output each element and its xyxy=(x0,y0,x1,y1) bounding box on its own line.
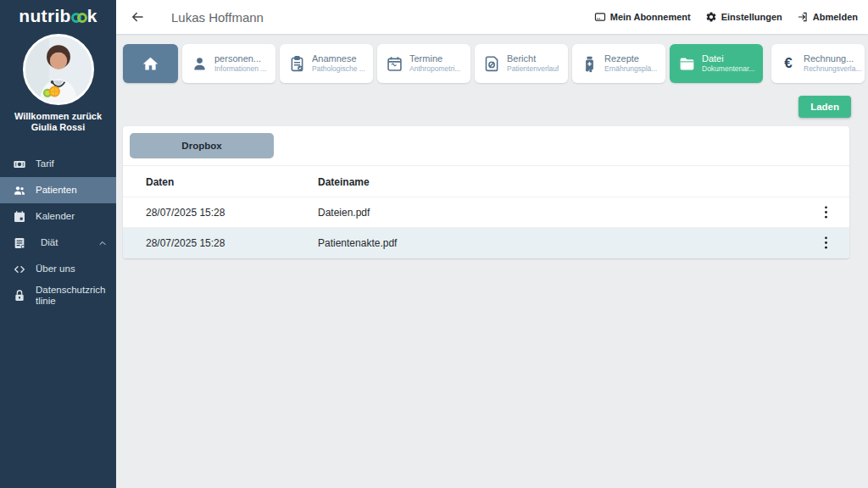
euro-icon: € xyxy=(778,53,798,74)
tab-personen[interactable]: personen...Informationen ... xyxy=(182,44,275,83)
page-title: Lukas Hoffmann xyxy=(171,10,264,25)
patient-tab-strip: personen...Informationen ... AnamnesePat… xyxy=(116,34,868,83)
table-row[interactable]: 28/07/2025 15:28 Dateien.pdf xyxy=(123,197,849,228)
row-menu-button[interactable] xyxy=(819,232,833,253)
files-table: Daten Dateiname 28/07/2025 15:28 Dateien… xyxy=(123,166,849,258)
report-icon xyxy=(481,53,502,74)
tab-rechnung[interactable]: € Rechnung...Rechnungsverla... xyxy=(771,44,865,83)
tab-home[interactable] xyxy=(123,44,178,83)
sidebar-item-diaet[interactable]: Diät xyxy=(0,230,116,256)
file-name: Dateien.pdf xyxy=(318,197,802,228)
column-header-daten: Daten xyxy=(123,166,318,197)
medicine-icon xyxy=(579,53,599,74)
main-area: Lukas Hoffmann Mein Abonnement Einstellu… xyxy=(116,0,868,488)
folder-icon xyxy=(676,53,697,74)
row-menu-button[interactable] xyxy=(819,202,833,223)
kebab-menu-icon xyxy=(824,236,828,250)
logo-ring-icon xyxy=(77,13,87,23)
subscription-button[interactable]: Mein Abonnement xyxy=(594,11,691,23)
user-name: Giulia Rossi xyxy=(0,122,116,133)
tab-datei[interactable]: DateiDokumentenar... xyxy=(670,44,763,83)
dropbox-tab[interactable]: Dropbox xyxy=(130,133,274,158)
tab-anamnese[interactable]: AnamnesePathologische ... xyxy=(280,44,373,83)
file-name: Patientenakte.pdf xyxy=(318,228,802,258)
tab-bericht[interactable]: BerichtPatientenverlauf xyxy=(475,44,568,83)
logout-icon xyxy=(797,11,809,23)
upload-button[interactable]: Laden xyxy=(798,96,851,118)
sidebar-item-patienten[interactable]: Patienten xyxy=(0,177,116,203)
patients-icon xyxy=(12,183,26,197)
sidebar-item-kalender[interactable]: Kalender xyxy=(0,203,116,230)
logout-button[interactable]: Abmelden xyxy=(797,11,858,23)
chevron-up-icon xyxy=(97,238,108,248)
calendar-icon xyxy=(12,209,26,224)
column-header-dateiname: Dateiname xyxy=(318,166,802,197)
home-icon xyxy=(142,55,159,73)
tab-termine[interactable]: TermineAnthropometri... xyxy=(377,44,470,83)
sidebar-item-tarif[interactable]: Tarif xyxy=(0,151,116,177)
code-icon xyxy=(12,262,26,276)
person-icon xyxy=(189,53,209,74)
doctor-photo xyxy=(25,36,92,103)
calendar-icon xyxy=(384,53,404,74)
settings-button[interactable]: Einstellungen xyxy=(705,11,782,23)
lock-icon xyxy=(12,288,26,302)
welcome-text: Willkommen zurück xyxy=(0,111,116,122)
banknote-icon xyxy=(12,157,26,171)
tab-rezepte[interactable]: RezepteErnährungsplä... xyxy=(572,44,665,83)
clipboard-icon xyxy=(287,53,307,74)
nutribook-logo: nutribk xyxy=(0,0,116,26)
diet-list-icon xyxy=(12,236,26,250)
file-panel: Dropbox Daten Dateiname 28/07/2025 15:28… xyxy=(123,126,849,258)
credit-card-icon xyxy=(594,11,606,23)
sidebar-menu: Tarif Patienten Kalender Diät xyxy=(0,151,116,308)
gear-icon xyxy=(705,11,717,23)
kebab-menu-icon xyxy=(824,205,828,219)
topbar: Lukas Hoffmann Mein Abonnement Einstellu… xyxy=(116,0,868,34)
sidebar: nutribk Willkommen zurück Giulia Rossi xyxy=(0,0,116,488)
sidebar-item-ueber-uns[interactable]: Über uns xyxy=(0,256,116,282)
file-date: 28/07/2025 15:28 xyxy=(123,228,318,258)
back-button[interactable] xyxy=(128,8,147,26)
avatar xyxy=(23,34,94,105)
sidebar-item-datenschutz[interactable]: Datenschutzrichtlinie xyxy=(0,282,116,308)
file-date: 28/07/2025 15:28 xyxy=(123,197,318,228)
table-row[interactable]: 28/07/2025 15:28 Patientenakte.pdf xyxy=(123,228,849,258)
